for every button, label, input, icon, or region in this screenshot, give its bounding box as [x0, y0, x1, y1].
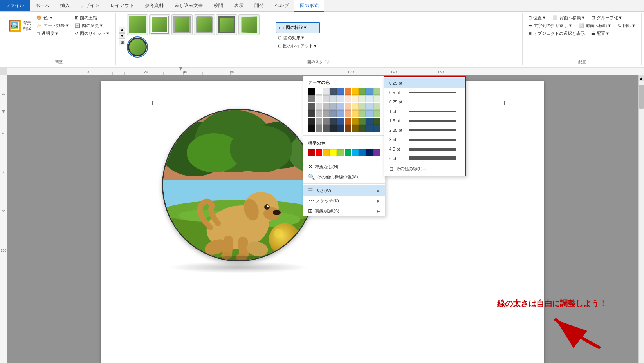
theme-color-4[interactable] [337, 88, 344, 95]
scroll-thumb[interactable] [639, 85, 644, 109]
selection-handle-tl[interactable] [152, 101, 157, 105]
theme-color-9[interactable] [373, 88, 381, 95]
std-color-6[interactable] [352, 149, 359, 156]
style-selected[interactable] [127, 36, 148, 58]
picture-layout-button[interactable]: ⊞ 図のレイアウト▼ [276, 42, 320, 50]
tab-references[interactable]: 参考資料 [139, 0, 169, 11]
theme-color-0[interactable] [308, 88, 315, 95]
std-color-8[interactable] [366, 149, 373, 156]
svg-text:120: 120 [348, 70, 354, 74]
dash-menu-item[interactable]: ⊞ 実線/点線(S) ▶ [303, 206, 385, 216]
theme-color-1[interactable] [316, 88, 323, 95]
group-button[interactable]: ⊞ グループ化▼ [589, 14, 625, 22]
std-color-0[interactable] [308, 149, 315, 156]
std-color-9[interactable] [373, 149, 381, 156]
change-button[interactable]: 🔄 図の変更▼ [72, 22, 112, 29]
weight-item-225[interactable]: 2.25 pt [384, 125, 465, 135]
theme-color-6[interactable] [352, 88, 359, 95]
theme-color-7[interactable] [359, 88, 366, 95]
art-effect-button[interactable]: ✨ アート効果▼ [34, 22, 72, 29]
scrollbar-vertical[interactable]: ▲ ▼ [638, 75, 644, 363]
text-wrap-button[interactable]: ☰ 文字列の折り返し▼ [526, 22, 575, 29]
tab-developer[interactable]: 開発 [249, 0, 269, 11]
picture-effects-button[interactable]: ⬡ 図の効果▼ [276, 34, 320, 42]
weight-menu-item[interactable]: ☰ 太さ(W) ▶ [303, 185, 385, 196]
ruler-horizontal: -20 20 40 60 120 140 160 [0, 67, 644, 75]
tab-mailings[interactable]: 差し込み文書 [169, 0, 208, 11]
theme-color-8[interactable] [366, 88, 373, 95]
bg-remove-button[interactable]: 🖼️ 背景削除 [5, 14, 33, 37]
std-color-3[interactable] [330, 149, 337, 156]
weight-submenu: 0.25 pt 0.5 pt 0.75 pt 1 pt [384, 76, 466, 176]
no-border-icon: ✕ [308, 163, 313, 170]
tab-picture-format[interactable]: 図の形式 [294, 0, 324, 12]
svg-point-58 [202, 256, 281, 261]
style-2[interactable] [149, 14, 170, 35]
svg-point-44 [273, 210, 281, 215]
style-3[interactable] [171, 14, 193, 35]
style-scroll-more[interactable]: ⊞ [119, 40, 125, 45]
align-button[interactable]: ☰ 配置▼ [589, 30, 612, 37]
front-icon: ⬜ [579, 23, 584, 28]
theme-color-5[interactable] [345, 88, 352, 95]
tab-insert[interactable]: 挿入 [55, 0, 75, 11]
tab-review[interactable]: 校閲 [208, 0, 229, 11]
back-button[interactable]: ⬜ 背面へ移動▼ [550, 14, 588, 22]
reset-button[interactable]: ↺ 図のリセット▼ [72, 30, 112, 37]
std-color-7[interactable] [359, 149, 366, 156]
theme-colors-label: テーマの色 [303, 76, 385, 87]
tab-help[interactable]: ヘルプ [269, 0, 294, 11]
align-icon: ☰ [591, 31, 595, 36]
rotate-button[interactable]: ↻ 回転▼ [615, 22, 638, 29]
weight-item-025[interactable]: 0.25 pt [384, 78, 465, 88]
std-color-2[interactable] [323, 149, 330, 156]
sketch-menu-item[interactable]: 〰 スケッチ(K) ▶ [303, 196, 385, 206]
tab-view[interactable]: 表示 [229, 0, 249, 11]
style-6[interactable] [238, 14, 260, 35]
weight-item-1[interactable]: 1 pt [384, 107, 465, 116]
compress-button[interactable]: ⊞ 図の圧縮 [72, 14, 112, 22]
weight-item-3[interactable]: 3 pt [384, 135, 465, 144]
front-button[interactable]: ⬜ 前面へ移動▼ [576, 22, 614, 29]
weight-item-6[interactable]: 6 pt [384, 154, 465, 163]
style-4[interactable] [194, 14, 215, 35]
position-button[interactable]: ⊞ 位置▼ [526, 14, 548, 22]
picture-border-button[interactable]: ▭ 図の枠線▼ [276, 22, 320, 33]
weight-item-45[interactable]: 4.5 pt [384, 144, 465, 154]
other-lines-icon: ⊞ [389, 166, 393, 172]
std-color-1[interactable] [316, 149, 323, 156]
tab-home[interactable]: ホーム [30, 0, 55, 11]
no-border-item[interactable]: ✕ 枠線なし(N) [303, 162, 385, 172]
red-arrow-svg [544, 312, 607, 351]
weight-item-15[interactable]: 1.5 pt [384, 116, 465, 125]
style-scroll-up[interactable]: ▲ [119, 27, 125, 33]
ribbon-group-style: ▲ ▼ ⊞ [116, 13, 523, 65]
selection-handle-tr[interactable] [500, 101, 505, 105]
theme-color-2[interactable] [323, 88, 330, 95]
other-color-item[interactable]: 🔍 その他の枠線の色(M)... [303, 172, 385, 182]
transparency-button[interactable]: ◻ 透明度▼ [34, 30, 72, 37]
weight-other-item[interactable]: ⊞ その他の線(L)... [384, 163, 465, 174]
ribbon-group-adjust: 🖼️ 背景削除 🎨 色▼ ✨ アート効果▼ ◻ 透明度▼ [2, 13, 116, 65]
style-5[interactable] [216, 14, 237, 35]
svg-text:40: 40 [2, 131, 5, 135]
doc-area: 20 40 60 80 100 [0, 75, 644, 363]
tab-design[interactable]: デザイン [75, 0, 105, 11]
doc-scroll[interactable]: テーマの色 [7, 75, 638, 363]
select-object-button[interactable]: ⊞ オブジェクトの選択と表示 [526, 30, 587, 37]
scroll-up-btn[interactable]: ▲ [639, 75, 644, 81]
weight-item-05[interactable]: 0.5 pt [384, 88, 465, 97]
annotation-text: 線の太さは自由に調整しよう！ [497, 298, 607, 309]
style-1[interactable] [127, 14, 148, 35]
theme-colors-grid [303, 87, 385, 134]
tab-layout[interactable]: レイアウト [105, 0, 139, 11]
std-color-5[interactable] [345, 149, 352, 156]
svg-text:40: 40 [183, 70, 187, 74]
std-color-4[interactable] [337, 149, 344, 156]
style-scroll-down[interactable]: ▼ [119, 33, 125, 39]
tab-file[interactable]: ファイル [0, 0, 30, 11]
color-button[interactable]: 🎨 色▼ [34, 14, 72, 22]
weight-item-075[interactable]: 0.75 pt [384, 97, 465, 107]
circle-image[interactable] [162, 109, 315, 261]
theme-color-3[interactable] [330, 88, 337, 95]
